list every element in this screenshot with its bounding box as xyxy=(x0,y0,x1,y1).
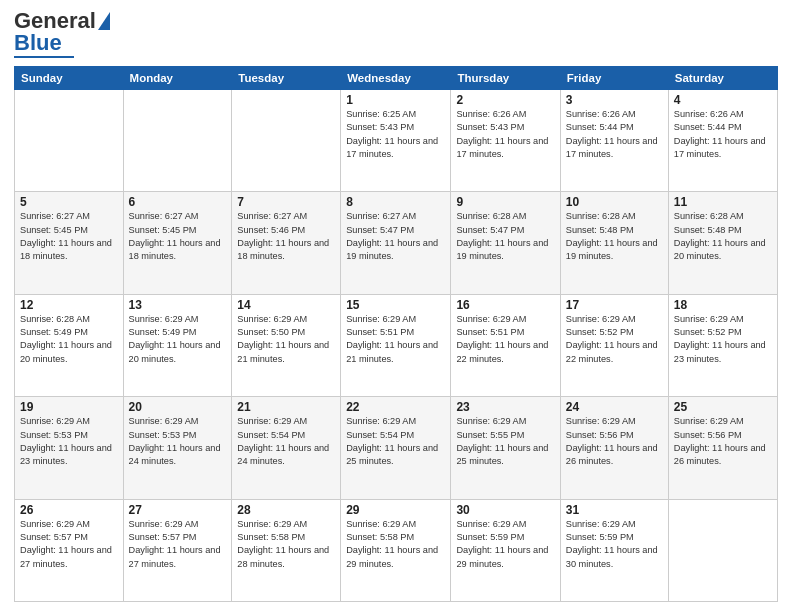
calendar-week-row: 26Sunrise: 6:29 AMSunset: 5:57 PMDayligh… xyxy=(15,499,778,601)
logo-underline xyxy=(14,56,74,58)
calendar-cell xyxy=(15,90,124,192)
calendar-cell: 17Sunrise: 6:29 AMSunset: 5:52 PMDayligh… xyxy=(560,294,668,396)
calendar-cell: 23Sunrise: 6:29 AMSunset: 5:55 PMDayligh… xyxy=(451,397,560,499)
day-number: 13 xyxy=(129,298,227,312)
calendar-cell: 25Sunrise: 6:29 AMSunset: 5:56 PMDayligh… xyxy=(668,397,777,499)
calendar-cell: 8Sunrise: 6:27 AMSunset: 5:47 PMDaylight… xyxy=(341,192,451,294)
day-info: Sunrise: 6:29 AMSunset: 5:55 PMDaylight:… xyxy=(456,415,554,468)
day-number: 23 xyxy=(456,400,554,414)
calendar-cell: 22Sunrise: 6:29 AMSunset: 5:54 PMDayligh… xyxy=(341,397,451,499)
day-info: Sunrise: 6:29 AMSunset: 5:54 PMDaylight:… xyxy=(237,415,335,468)
day-number: 9 xyxy=(456,195,554,209)
calendar-cell: 12Sunrise: 6:28 AMSunset: 5:49 PMDayligh… xyxy=(15,294,124,396)
day-number: 5 xyxy=(20,195,118,209)
day-number: 8 xyxy=(346,195,445,209)
day-number: 6 xyxy=(129,195,227,209)
calendar-cell: 28Sunrise: 6:29 AMSunset: 5:58 PMDayligh… xyxy=(232,499,341,601)
day-info: Sunrise: 6:29 AMSunset: 5:50 PMDaylight:… xyxy=(237,313,335,366)
day-number: 26 xyxy=(20,503,118,517)
calendar-cell: 16Sunrise: 6:29 AMSunset: 5:51 PMDayligh… xyxy=(451,294,560,396)
day-number: 14 xyxy=(237,298,335,312)
calendar-week-row: 5Sunrise: 6:27 AMSunset: 5:45 PMDaylight… xyxy=(15,192,778,294)
calendar-cell: 14Sunrise: 6:29 AMSunset: 5:50 PMDayligh… xyxy=(232,294,341,396)
weekday-header-wednesday: Wednesday xyxy=(341,67,451,90)
calendar-cell: 29Sunrise: 6:29 AMSunset: 5:58 PMDayligh… xyxy=(341,499,451,601)
page: General Blue SundayMondayTuesdayWednesda… xyxy=(0,0,792,612)
weekday-header-friday: Friday xyxy=(560,67,668,90)
day-info: Sunrise: 6:25 AMSunset: 5:43 PMDaylight:… xyxy=(346,108,445,161)
day-info: Sunrise: 6:28 AMSunset: 5:48 PMDaylight:… xyxy=(566,210,663,263)
day-number: 3 xyxy=(566,93,663,107)
day-number: 20 xyxy=(129,400,227,414)
calendar-cell: 6Sunrise: 6:27 AMSunset: 5:45 PMDaylight… xyxy=(123,192,232,294)
day-info: Sunrise: 6:29 AMSunset: 5:58 PMDaylight:… xyxy=(237,518,335,571)
day-info: Sunrise: 6:26 AMSunset: 5:44 PMDaylight:… xyxy=(674,108,772,161)
calendar-cell: 4Sunrise: 6:26 AMSunset: 5:44 PMDaylight… xyxy=(668,90,777,192)
day-info: Sunrise: 6:29 AMSunset: 5:59 PMDaylight:… xyxy=(456,518,554,571)
day-number: 19 xyxy=(20,400,118,414)
day-number: 15 xyxy=(346,298,445,312)
calendar-table: SundayMondayTuesdayWednesdayThursdayFrid… xyxy=(14,66,778,602)
day-info: Sunrise: 6:29 AMSunset: 5:57 PMDaylight:… xyxy=(129,518,227,571)
weekday-header-row: SundayMondayTuesdayWednesdayThursdayFrid… xyxy=(15,67,778,90)
weekday-header-tuesday: Tuesday xyxy=(232,67,341,90)
calendar-cell: 9Sunrise: 6:28 AMSunset: 5:47 PMDaylight… xyxy=(451,192,560,294)
calendar-cell: 26Sunrise: 6:29 AMSunset: 5:57 PMDayligh… xyxy=(15,499,124,601)
calendar-cell: 15Sunrise: 6:29 AMSunset: 5:51 PMDayligh… xyxy=(341,294,451,396)
day-number: 10 xyxy=(566,195,663,209)
day-number: 12 xyxy=(20,298,118,312)
calendar-cell: 30Sunrise: 6:29 AMSunset: 5:59 PMDayligh… xyxy=(451,499,560,601)
calendar-cell: 13Sunrise: 6:29 AMSunset: 5:49 PMDayligh… xyxy=(123,294,232,396)
day-info: Sunrise: 6:28 AMSunset: 5:49 PMDaylight:… xyxy=(20,313,118,366)
calendar-cell: 27Sunrise: 6:29 AMSunset: 5:57 PMDayligh… xyxy=(123,499,232,601)
calendar-cell: 7Sunrise: 6:27 AMSunset: 5:46 PMDaylight… xyxy=(232,192,341,294)
day-number: 30 xyxy=(456,503,554,517)
day-info: Sunrise: 6:29 AMSunset: 5:56 PMDaylight:… xyxy=(674,415,772,468)
calendar-cell: 31Sunrise: 6:29 AMSunset: 5:59 PMDayligh… xyxy=(560,499,668,601)
logo-blue: Blue xyxy=(14,32,62,54)
calendar-cell xyxy=(668,499,777,601)
day-info: Sunrise: 6:27 AMSunset: 5:45 PMDaylight:… xyxy=(129,210,227,263)
day-number: 17 xyxy=(566,298,663,312)
calendar-cell: 3Sunrise: 6:26 AMSunset: 5:44 PMDaylight… xyxy=(560,90,668,192)
calendar-week-row: 12Sunrise: 6:28 AMSunset: 5:49 PMDayligh… xyxy=(15,294,778,396)
day-number: 29 xyxy=(346,503,445,517)
day-number: 22 xyxy=(346,400,445,414)
day-info: Sunrise: 6:26 AMSunset: 5:44 PMDaylight:… xyxy=(566,108,663,161)
day-info: Sunrise: 6:29 AMSunset: 5:54 PMDaylight:… xyxy=(346,415,445,468)
day-info: Sunrise: 6:26 AMSunset: 5:43 PMDaylight:… xyxy=(456,108,554,161)
day-number: 21 xyxy=(237,400,335,414)
day-number: 25 xyxy=(674,400,772,414)
calendar-cell: 10Sunrise: 6:28 AMSunset: 5:48 PMDayligh… xyxy=(560,192,668,294)
day-info: Sunrise: 6:29 AMSunset: 5:49 PMDaylight:… xyxy=(129,313,227,366)
day-number: 4 xyxy=(674,93,772,107)
logo-triangle-icon xyxy=(98,12,110,30)
day-number: 27 xyxy=(129,503,227,517)
day-info: Sunrise: 6:29 AMSunset: 5:57 PMDaylight:… xyxy=(20,518,118,571)
day-info: Sunrise: 6:28 AMSunset: 5:48 PMDaylight:… xyxy=(674,210,772,263)
day-number: 16 xyxy=(456,298,554,312)
weekday-header-thursday: Thursday xyxy=(451,67,560,90)
day-info: Sunrise: 6:28 AMSunset: 5:47 PMDaylight:… xyxy=(456,210,554,263)
day-number: 2 xyxy=(456,93,554,107)
day-info: Sunrise: 6:29 AMSunset: 5:51 PMDaylight:… xyxy=(346,313,445,366)
calendar-cell: 19Sunrise: 6:29 AMSunset: 5:53 PMDayligh… xyxy=(15,397,124,499)
calendar-cell xyxy=(123,90,232,192)
day-number: 1 xyxy=(346,93,445,107)
day-number: 31 xyxy=(566,503,663,517)
logo: General Blue xyxy=(14,10,110,58)
calendar-week-row: 19Sunrise: 6:29 AMSunset: 5:53 PMDayligh… xyxy=(15,397,778,499)
day-number: 7 xyxy=(237,195,335,209)
day-info: Sunrise: 6:29 AMSunset: 5:52 PMDaylight:… xyxy=(566,313,663,366)
day-info: Sunrise: 6:29 AMSunset: 5:52 PMDaylight:… xyxy=(674,313,772,366)
calendar-cell: 21Sunrise: 6:29 AMSunset: 5:54 PMDayligh… xyxy=(232,397,341,499)
calendar-cell: 1Sunrise: 6:25 AMSunset: 5:43 PMDaylight… xyxy=(341,90,451,192)
calendar-cell xyxy=(232,90,341,192)
day-info: Sunrise: 6:27 AMSunset: 5:46 PMDaylight:… xyxy=(237,210,335,263)
weekday-header-monday: Monday xyxy=(123,67,232,90)
weekday-header-saturday: Saturday xyxy=(668,67,777,90)
header: General Blue xyxy=(14,10,778,58)
calendar-cell: 11Sunrise: 6:28 AMSunset: 5:48 PMDayligh… xyxy=(668,192,777,294)
day-info: Sunrise: 6:29 AMSunset: 5:51 PMDaylight:… xyxy=(456,313,554,366)
logo-general: General xyxy=(14,10,96,32)
